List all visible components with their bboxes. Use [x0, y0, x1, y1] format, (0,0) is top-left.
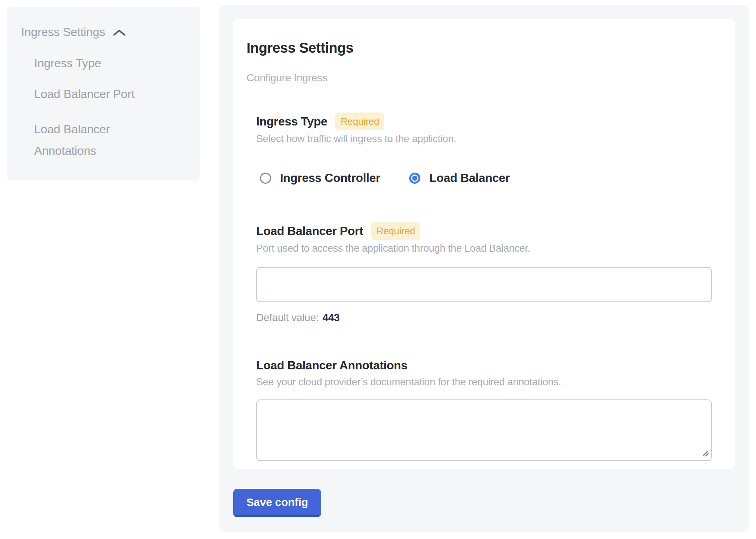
page-title: Ingress Settings — [247, 40, 712, 56]
settings-panel: Ingress Settings Configure Ingress Ingre… — [219, 5, 749, 532]
default-value: 443 — [322, 312, 339, 323]
load-balancer-annotations-label: Load Balancer Annotations — [256, 357, 407, 373]
load-balancer-annotations-description: See your cloud provider’s documentation … — [256, 376, 712, 388]
default-value-line: Default value:443 — [256, 311, 712, 324]
page-subtitle: Configure Ingress — [247, 72, 712, 84]
default-value-label: Default value: — [256, 312, 319, 323]
ingress-type-section: Ingress Type Required Select how traffic… — [256, 112, 712, 185]
radio-label-ingress-controller: Ingress Controller — [280, 171, 380, 185]
ingress-type-description: Select how traffic will ingress to the a… — [256, 133, 712, 145]
ingress-type-label: Ingress Type — [256, 113, 327, 130]
load-balancer-port-section: Load Balancer Port Required Port used to… — [256, 222, 712, 324]
load-balancer-annotations-textarea[interactable] — [256, 399, 712, 461]
ingress-type-radio-group: Ingress Controller Load Balancer — [256, 171, 712, 185]
sidebar-group-label: Ingress Settings — [21, 24, 105, 39]
load-balancer-port-description: Port used to access the application thro… — [256, 242, 712, 255]
sidebar-item-load-balancer-annotations[interactable]: Load Balancer Annotations — [34, 118, 162, 161]
radio-label-load-balancer: Load Balancer — [429, 171, 510, 185]
radio-option-load-balancer[interactable]: Load Balancer — [409, 171, 510, 185]
save-config-button[interactable]: Save config — [233, 489, 321, 517]
load-balancer-port-label: Load Balancer Port — [256, 223, 363, 239]
load-balancer-port-input[interactable] — [256, 267, 712, 302]
load-balancer-annotations-section: Load Balancer Annotations See your cloud… — [256, 357, 712, 461]
radio-ingress-controller[interactable] — [260, 173, 271, 184]
radio-load-balancer[interactable] — [409, 173, 420, 184]
sidebar-item-ingress-type[interactable]: Ingress Type — [34, 56, 162, 71]
settings-sidebar: Ingress Settings Ingress Type Load Balan… — [7, 7, 200, 180]
chevron-up-icon — [113, 27, 126, 37]
required-badge: Required — [335, 112, 384, 130]
required-badge: Required — [371, 222, 420, 240]
sidebar-group-ingress-settings[interactable]: Ingress Settings — [21, 24, 186, 39]
ingress-settings-card: Ingress Settings Configure Ingress Ingre… — [233, 19, 735, 469]
sidebar-item-load-balancer-port[interactable]: Load Balancer Port — [34, 86, 162, 101]
radio-option-ingress-controller[interactable]: Ingress Controller — [260, 171, 380, 185]
